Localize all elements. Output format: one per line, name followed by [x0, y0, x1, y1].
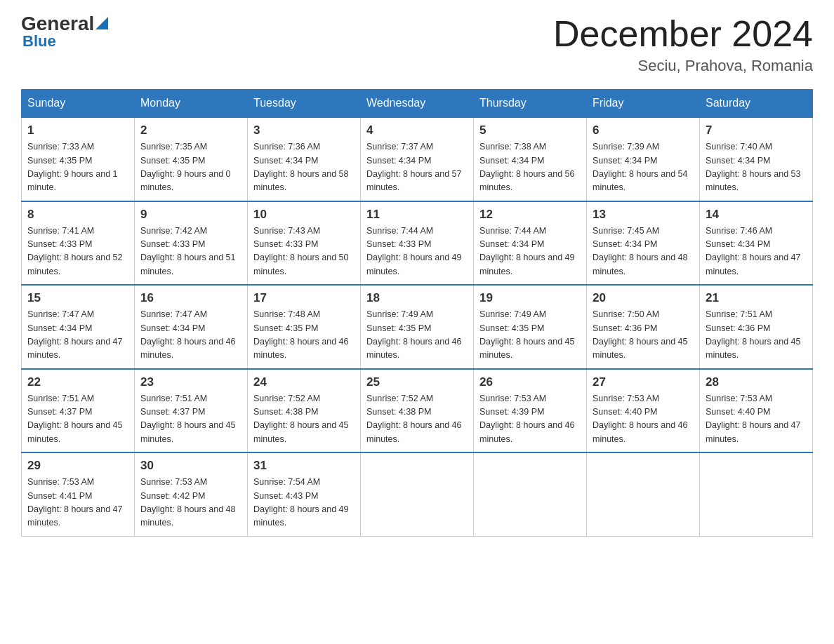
day-number: 25 [366, 375, 468, 389]
calendar-cell: 10 Sunrise: 7:43 AM Sunset: 4:33 PM Dayl… [248, 201, 361, 286]
calendar-week-row: 15 Sunrise: 7:47 AM Sunset: 4:34 PM Dayl… [22, 285, 813, 369]
day-number: 10 [253, 208, 355, 222]
day-info: Sunrise: 7:47 AM Sunset: 4:34 PM Dayligh… [27, 308, 128, 363]
calendar-cell: 14 Sunrise: 7:46 AM Sunset: 4:34 PM Dayl… [700, 201, 813, 286]
day-info: Sunrise: 7:37 AM Sunset: 4:34 PM Dayligh… [366, 140, 468, 195]
day-number: 14 [706, 208, 807, 222]
calendar-cell: 30 Sunrise: 7:53 AM Sunset: 4:42 PM Dayl… [135, 452, 248, 536]
calendar-table: SundayMondayTuesdayWednesdayThursdayFrid… [21, 89, 813, 537]
day-number: 2 [140, 123, 241, 137]
calendar-header-wednesday: Wednesday [361, 90, 474, 118]
day-info: Sunrise: 7:36 AM Sunset: 4:34 PM Dayligh… [253, 140, 355, 195]
calendar-cell: 27 Sunrise: 7:53 AM Sunset: 4:40 PM Dayl… [587, 369, 700, 453]
day-info: Sunrise: 7:35 AM Sunset: 4:35 PM Dayligh… [140, 140, 241, 195]
calendar-cell [361, 452, 474, 536]
day-info: Sunrise: 7:48 AM Sunset: 4:35 PM Dayligh… [253, 308, 355, 363]
day-info: Sunrise: 7:33 AM Sunset: 4:35 PM Dayligh… [27, 140, 128, 195]
calendar-cell: 16 Sunrise: 7:47 AM Sunset: 4:34 PM Dayl… [135, 285, 248, 369]
calendar-week-row: 22 Sunrise: 7:51 AM Sunset: 4:37 PM Dayl… [22, 369, 813, 453]
calendar-cell: 25 Sunrise: 7:52 AM Sunset: 4:38 PM Dayl… [361, 369, 474, 453]
day-number: 20 [593, 291, 694, 305]
day-info: Sunrise: 7:52 AM Sunset: 4:38 PM Dayligh… [366, 392, 468, 447]
day-number: 1 [27, 123, 128, 137]
day-number: 9 [140, 208, 241, 222]
day-info: Sunrise: 7:51 AM Sunset: 4:37 PM Dayligh… [140, 392, 241, 447]
calendar-cell: 21 Sunrise: 7:51 AM Sunset: 4:36 PM Dayl… [700, 285, 813, 369]
calendar-cell [700, 452, 813, 536]
day-number: 12 [479, 208, 581, 222]
day-number: 8 [27, 208, 128, 222]
day-info: Sunrise: 7:49 AM Sunset: 4:35 PM Dayligh… [366, 308, 468, 363]
day-number: 13 [593, 208, 694, 222]
calendar-cell: 7 Sunrise: 7:40 AM Sunset: 4:34 PM Dayli… [700, 117, 813, 201]
day-number: 19 [479, 291, 581, 305]
title-block: December 2024 Seciu, Prahova, Romania [553, 14, 813, 75]
calendar-cell: 26 Sunrise: 7:53 AM Sunset: 4:39 PM Dayl… [474, 369, 587, 453]
day-number: 27 [593, 375, 694, 389]
calendar-header-sunday: Sunday [22, 90, 135, 118]
calendar-cell: 2 Sunrise: 7:35 AM Sunset: 4:35 PM Dayli… [135, 117, 248, 201]
day-number: 4 [366, 123, 468, 137]
day-number: 29 [27, 459, 128, 473]
calendar-cell: 6 Sunrise: 7:39 AM Sunset: 4:34 PM Dayli… [587, 117, 700, 201]
calendar-cell: 18 Sunrise: 7:49 AM Sunset: 4:35 PM Dayl… [361, 285, 474, 369]
day-info: Sunrise: 7:53 AM Sunset: 4:41 PM Dayligh… [27, 476, 128, 530]
calendar-cell: 29 Sunrise: 7:53 AM Sunset: 4:41 PM Dayl… [22, 452, 135, 536]
month-title: December 2024 [553, 14, 813, 54]
day-info: Sunrise: 7:44 AM Sunset: 4:33 PM Dayligh… [366, 224, 468, 279]
day-number: 5 [479, 123, 581, 137]
day-info: Sunrise: 7:40 AM Sunset: 4:34 PM Dayligh… [706, 140, 807, 195]
calendar-cell: 28 Sunrise: 7:53 AM Sunset: 4:40 PM Dayl… [700, 369, 813, 453]
day-number: 18 [366, 291, 468, 305]
calendar-cell: 24 Sunrise: 7:52 AM Sunset: 4:38 PM Dayl… [248, 369, 361, 453]
calendar-header-tuesday: Tuesday [248, 90, 361, 118]
day-info: Sunrise: 7:41 AM Sunset: 4:33 PM Dayligh… [27, 224, 128, 279]
day-info: Sunrise: 7:45 AM Sunset: 4:34 PM Dayligh… [593, 224, 694, 279]
day-number: 7 [706, 123, 807, 137]
day-info: Sunrise: 7:53 AM Sunset: 4:39 PM Dayligh… [479, 392, 581, 447]
calendar-week-row: 1 Sunrise: 7:33 AM Sunset: 4:35 PM Dayli… [22, 117, 813, 201]
calendar-cell: 23 Sunrise: 7:51 AM Sunset: 4:37 PM Dayl… [135, 369, 248, 453]
calendar-cell: 3 Sunrise: 7:36 AM Sunset: 4:34 PM Dayli… [248, 117, 361, 201]
day-info: Sunrise: 7:52 AM Sunset: 4:38 PM Dayligh… [253, 392, 355, 447]
logo-triangle-icon [95, 17, 108, 29]
calendar-header-saturday: Saturday [700, 90, 813, 118]
calendar-cell: 22 Sunrise: 7:51 AM Sunset: 4:37 PM Dayl… [22, 369, 135, 453]
page-header: General Blue December 2024 Seciu, Prahov… [21, 14, 813, 75]
calendar-week-row: 8 Sunrise: 7:41 AM Sunset: 4:33 PM Dayli… [22, 201, 813, 286]
logo-general: General [21, 14, 94, 34]
calendar-cell: 20 Sunrise: 7:50 AM Sunset: 4:36 PM Dayl… [587, 285, 700, 369]
day-number: 22 [27, 375, 128, 389]
location: Seciu, Prahova, Romania [553, 57, 813, 75]
day-info: Sunrise: 7:38 AM Sunset: 4:34 PM Dayligh… [479, 140, 581, 195]
calendar-header-row: SundayMondayTuesdayWednesdayThursdayFrid… [22, 90, 813, 118]
day-number: 26 [479, 375, 581, 389]
calendar-cell: 5 Sunrise: 7:38 AM Sunset: 4:34 PM Dayli… [474, 117, 587, 201]
day-info: Sunrise: 7:53 AM Sunset: 4:40 PM Dayligh… [706, 392, 807, 447]
calendar-header-monday: Monday [135, 90, 248, 118]
day-info: Sunrise: 7:39 AM Sunset: 4:34 PM Dayligh… [593, 140, 694, 195]
calendar-cell: 12 Sunrise: 7:44 AM Sunset: 4:34 PM Dayl… [474, 201, 587, 286]
day-info: Sunrise: 7:54 AM Sunset: 4:43 PM Dayligh… [253, 476, 355, 530]
calendar-cell: 11 Sunrise: 7:44 AM Sunset: 4:33 PM Dayl… [361, 201, 474, 286]
calendar-header-friday: Friday [587, 90, 700, 118]
day-number: 30 [140, 459, 241, 473]
day-info: Sunrise: 7:49 AM Sunset: 4:35 PM Dayligh… [479, 308, 581, 363]
day-number: 15 [27, 291, 128, 305]
day-number: 28 [706, 375, 807, 389]
calendar-cell: 4 Sunrise: 7:37 AM Sunset: 4:34 PM Dayli… [361, 117, 474, 201]
calendar-cell: 17 Sunrise: 7:48 AM Sunset: 4:35 PM Dayl… [248, 285, 361, 369]
day-info: Sunrise: 7:47 AM Sunset: 4:34 PM Dayligh… [140, 308, 241, 363]
day-number: 16 [140, 291, 241, 305]
calendar-cell: 9 Sunrise: 7:42 AM Sunset: 4:33 PM Dayli… [135, 201, 248, 286]
calendar-week-row: 29 Sunrise: 7:53 AM Sunset: 4:41 PM Dayl… [22, 452, 813, 536]
calendar-cell: 19 Sunrise: 7:49 AM Sunset: 4:35 PM Dayl… [474, 285, 587, 369]
day-number: 3 [253, 123, 355, 137]
calendar-cell: 13 Sunrise: 7:45 AM Sunset: 4:34 PM Dayl… [587, 201, 700, 286]
day-info: Sunrise: 7:53 AM Sunset: 4:40 PM Dayligh… [593, 392, 694, 447]
calendar-header-thursday: Thursday [474, 90, 587, 118]
day-number: 21 [706, 291, 807, 305]
day-number: 11 [366, 208, 468, 222]
day-number: 23 [140, 375, 241, 389]
day-info: Sunrise: 7:51 AM Sunset: 4:37 PM Dayligh… [27, 392, 128, 447]
